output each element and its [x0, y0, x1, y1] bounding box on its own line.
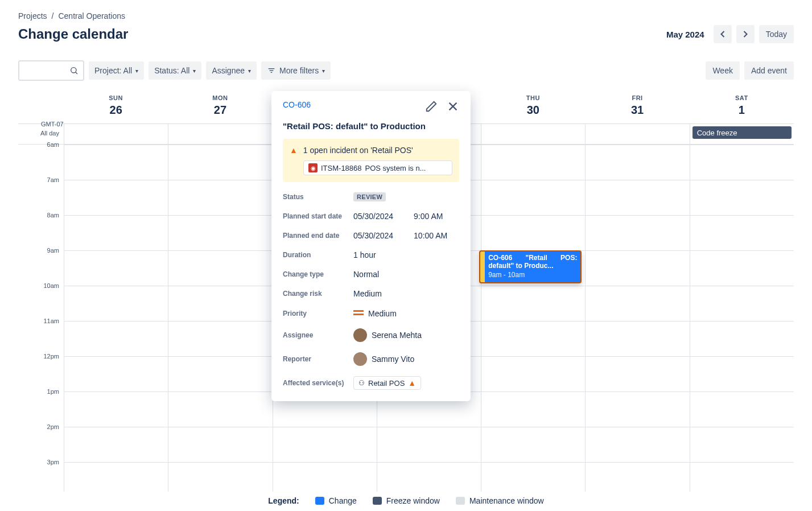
start-date-value: 05/30/2024 [353, 212, 393, 221]
close-icon[interactable] [447, 100, 459, 116]
field-label-priority: Priority [283, 310, 353, 318]
event-warning-stripe [479, 250, 485, 283]
field-label-start: Planned start date [283, 212, 353, 220]
field-label-change-risk: Change risk [283, 290, 353, 298]
breadcrumb-projects[interactable]: Projects [18, 11, 47, 20]
filter-assignee[interactable]: Assignee ▾ [206, 61, 257, 80]
duration-value: 1 hour [353, 250, 459, 259]
add-event-button[interactable]: Add event [744, 61, 794, 80]
end-date-value: 05/30/2024 [353, 231, 393, 240]
time-label: 2pm [47, 423, 59, 430]
breadcrumb: Projects / Central Operations [18, 11, 794, 20]
time-label: 9am [47, 247, 59, 254]
priority-medium-icon [353, 308, 364, 318]
reporter-value: Sammy Vito [372, 355, 414, 364]
breadcrumb-project-name[interactable]: Central Operations [58, 11, 125, 20]
search-icon [69, 66, 79, 75]
field-label-duration: Duration [283, 251, 353, 259]
warning-icon: ▲ [290, 146, 298, 155]
svg-line-1 [76, 72, 77, 74]
filter-more[interactable]: More filters ▾ [261, 61, 331, 80]
event-time: 9am - 10am [488, 271, 577, 279]
filter-project[interactable]: Project: All ▾ [89, 61, 144, 80]
day-header-thu: THU30 [481, 90, 585, 123]
change-event-popover: CO-606 "Retail POS: default" to Producti… [271, 91, 471, 401]
time-label: 7am [47, 176, 59, 183]
status-lozenge[interactable]: REVIEW [353, 192, 386, 201]
page-title: Change calendar [18, 26, 128, 42]
field-label-end: Planned end date [283, 232, 353, 240]
end-time-value: 10:00 AM [414, 231, 447, 240]
swatch-maintenance [456, 497, 465, 505]
edit-icon[interactable] [425, 100, 438, 116]
svg-point-0 [71, 68, 76, 73]
avatar [353, 328, 367, 342]
freeze-event-code-freeze[interactable]: Code freeze [693, 126, 792, 139]
svg-rect-8 [353, 314, 364, 315]
search-input[interactable] [18, 60, 84, 81]
next-month-button[interactable] [736, 25, 755, 43]
field-label-change-type: Change type [283, 270, 353, 278]
day-header-fri: FRI31 [585, 90, 689, 123]
legend-label: Legend: [268, 496, 299, 505]
time-label: 1pm [47, 388, 59, 395]
field-label-reporter: Reporter [283, 355, 353, 363]
service-chip[interactable]: ⚇ Retail POS ▲ [353, 376, 421, 390]
day-header-sat: SAT1 [690, 90, 794, 123]
chevron-left-icon [717, 28, 728, 40]
prev-month-button[interactable] [714, 25, 732, 43]
month-label: May 2024 [666, 30, 704, 39]
priority-value: Medium [368, 309, 397, 318]
swatch-freeze [373, 497, 382, 505]
field-label-services: Affected service(s) [283, 379, 353, 387]
chevron-down-icon: ▾ [322, 68, 325, 74]
chevron-down-icon: ▾ [135, 68, 138, 74]
field-label-status: Status [283, 193, 353, 201]
filter-status[interactable]: Status: All ▾ [149, 61, 201, 80]
time-label: 10am [43, 282, 59, 289]
warning-icon: ▲ [408, 378, 416, 388]
time-label: 12pm [43, 353, 59, 360]
week-view-button[interactable]: Week [706, 61, 740, 80]
day-header-mon: MON27 [168, 90, 272, 123]
chevron-right-icon [740, 28, 751, 40]
change-risk-value: Medium [353, 289, 459, 298]
assignee-value: Serena Mehta [372, 331, 422, 340]
change-event[interactable]: CO-606 "Retail POS: default" to Produc..… [479, 250, 582, 283]
incident-type-icon: ◉ [308, 163, 318, 172]
svg-rect-7 [353, 310, 364, 312]
chevron-down-icon: ▾ [248, 68, 251, 74]
incident-alert: ▲ 1 open incident on 'Retail POS' ◉ ITSM… [283, 139, 459, 182]
time-label: 8am [47, 212, 59, 219]
legend: Legend: Change Freeze window Maintenance… [0, 496, 812, 505]
today-button[interactable]: Today [759, 25, 794, 43]
issue-link[interactable]: CO-606 [283, 100, 311, 109]
time-label: 3pm [47, 459, 59, 465]
time-label: 6am [47, 141, 59, 148]
filter-icon [267, 66, 276, 75]
breadcrumb-separator: / [52, 11, 54, 20]
timezone-label: GMT-07 [41, 121, 64, 127]
start-time-value: 9:00 AM [414, 212, 443, 221]
alert-text: 1 open incident on 'Retail POS' [303, 146, 413, 155]
service-icon: ⚇ [358, 379, 365, 387]
incident-chip[interactable]: ◉ ITSM-18868 POS system is n... [303, 160, 452, 175]
field-label-assignee: Assignee [283, 331, 353, 339]
chevron-down-icon: ▾ [193, 68, 196, 74]
change-type-value: Normal [353, 270, 459, 279]
avatar [353, 352, 367, 366]
swatch-change [315, 497, 324, 505]
time-label: 11am [43, 318, 59, 324]
event-id: CO-606 [488, 254, 512, 262]
popover-title: "Retail POS: default" to Production [283, 121, 459, 131]
day-header-sun: SUN26 [64, 90, 168, 123]
